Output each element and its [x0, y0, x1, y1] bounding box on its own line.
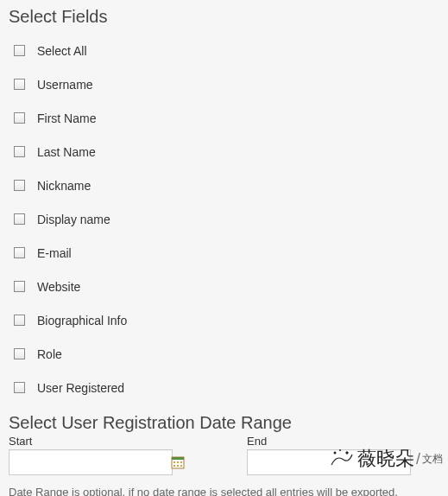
checkbox-icon[interactable]	[14, 79, 25, 90]
start-date-column: Start	[9, 435, 173, 475]
end-date-column: End	[247, 435, 411, 475]
checkbox-icon[interactable]	[14, 146, 25, 157]
checkbox-icon[interactable]	[14, 315, 25, 326]
fields-heading: Select Fields	[9, 7, 439, 27]
field-label: Last Name	[37, 145, 96, 159]
svg-rect-4	[180, 461, 182, 463]
checkbox-icon[interactable]	[14, 213, 25, 225]
field-item-select-all[interactable]: Select All	[14, 34, 439, 67]
field-item-website[interactable]: Website	[14, 270, 439, 303]
field-label: User Registered	[37, 381, 124, 395]
svg-rect-3	[177, 461, 179, 463]
end-date-input[interactable]	[248, 452, 410, 473]
field-item-role[interactable]: Role	[14, 337, 439, 371]
field-item-display-name[interactable]: Display name	[14, 202, 439, 236]
field-label: Select All	[37, 44, 87, 58]
field-item-username[interactable]: Username	[14, 67, 439, 101]
start-label: Start	[9, 435, 173, 448]
field-item-first-name[interactable]: First Name	[14, 101, 439, 135]
svg-rect-1	[172, 457, 184, 460]
checkbox-icon[interactable]	[14, 247, 25, 258]
field-label: E-mail	[37, 246, 72, 260]
svg-rect-6	[177, 465, 179, 467]
start-date-input-wrap[interactable]	[9, 449, 173, 475]
checkbox-icon[interactable]	[14, 281, 25, 292]
svg-rect-2	[174, 461, 175, 463]
checkbox-icon[interactable]	[14, 45, 25, 56]
svg-rect-7	[180, 465, 182, 467]
field-label: Website	[37, 280, 80, 294]
field-item-nickname[interactable]: Nickname	[14, 169, 439, 202]
end-date-input-wrap[interactable]	[247, 449, 411, 475]
field-item-last-name[interactable]: Last Name	[14, 135, 439, 169]
checkbox-icon[interactable]	[14, 348, 25, 359]
field-item-user-registered[interactable]: User Registered	[14, 371, 439, 404]
field-item-bio[interactable]: Biographical Info	[14, 303, 439, 337]
date-range-heading: Select User Registration Date Range	[9, 413, 439, 433]
checkbox-icon[interactable]	[14, 112, 25, 124]
field-list: Select All Username First Name Last Name…	[9, 34, 439, 404]
field-label: Biographical Info	[37, 314, 127, 327]
field-label: Nickname	[37, 179, 91, 193]
start-date-input[interactable]	[9, 452, 171, 473]
date-range-row: Start End	[9, 435, 439, 475]
field-item-email[interactable]: E-mail	[14, 236, 439, 270]
field-label: Username	[37, 78, 93, 92]
end-label: End	[247, 435, 411, 448]
calendar-icon[interactable]	[171, 455, 185, 469]
svg-rect-5	[174, 465, 175, 467]
checkbox-icon[interactable]	[14, 180, 25, 191]
checkbox-icon[interactable]	[14, 382, 25, 393]
field-label: Display name	[37, 213, 110, 226]
date-range-note: Date Range is optional, if no date range…	[9, 486, 439, 496]
field-label: First Name	[37, 111, 96, 125]
field-label: Role	[37, 347, 62, 361]
